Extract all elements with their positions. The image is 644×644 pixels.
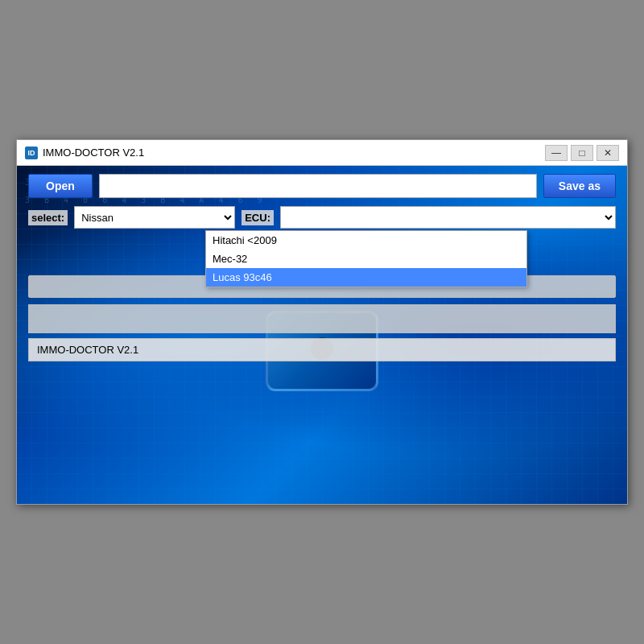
window-body: Open Save as select: Nissan Toyota Honda… (17, 166, 627, 504)
dropdown-item-hitachi[interactable]: Hitachi <2009 (206, 231, 526, 250)
dropdown-item-mec32[interactable]: Mec-32 (206, 250, 526, 268)
window-controls: — □ ✕ (545, 145, 619, 161)
open-button[interactable]: Open (28, 174, 93, 198)
brand-select[interactable]: Nissan Toyota Honda Mitsubishi Renault (74, 206, 235, 229)
ecu-label: ECU: (242, 210, 274, 225)
status-bar: IMMO-DOCTOR V2.1 (28, 338, 616, 361)
app-icon: ID (25, 147, 38, 159)
content-area: Open Save as select: Nissan Toyota Honda… (17, 166, 627, 369)
title-bar: ID IMMO-DOCTOR V2.1 — □ ✕ (17, 140, 627, 166)
maximize-button[interactable]: □ (571, 145, 593, 161)
close-button[interactable]: ✕ (597, 145, 619, 161)
window-title: IMMO-DOCTOR V2.1 (43, 147, 144, 159)
dropdown-item-lucas[interactable]: Lucas 93c46 (206, 268, 526, 287)
toolbar-row: Open Save as (28, 174, 616, 198)
ecu-dropdown-menu: Hitachi <2009 Mec-32 Lucas 93c46 (205, 230, 527, 287)
select-label: select: (28, 210, 68, 225)
text-area-box (28, 304, 616, 333)
file-path-input[interactable] (99, 174, 537, 198)
title-bar-left: ID IMMO-DOCTOR V2.1 (25, 147, 144, 159)
save-as-button[interactable]: Save as (543, 174, 616, 198)
main-window: ID IMMO-DOCTOR V2.1 — □ ✕ Open Save as (16, 139, 628, 505)
status-text: IMMO-DOCTOR V2.1 (37, 344, 138, 356)
ecu-select[interactable]: Hitachi <2009 Mec-32 Lucas 93c46 (280, 206, 616, 229)
select-row: select: Nissan Toyota Honda Mitsubishi R… (28, 206, 616, 229)
minimize-button[interactable]: — (545, 145, 568, 161)
